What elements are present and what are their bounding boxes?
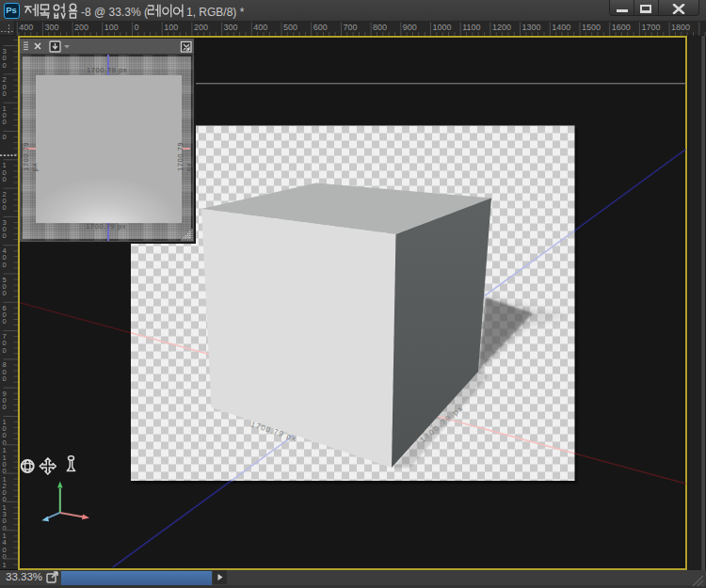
svg-text:100: 100 — [104, 23, 119, 32]
svg-text:1400: 1400 — [552, 23, 570, 32]
svg-text:0: 0 — [3, 374, 7, 383]
svg-text:0: 0 — [3, 61, 7, 70]
svg-text:5: 5 — [3, 567, 7, 569]
svg-text:200: 200 — [74, 23, 88, 32]
svg-text:700: 700 — [343, 23, 357, 32]
svg-text:0: 0 — [135, 23, 139, 32]
svg-text:500: 500 — [283, 23, 297, 32]
svg-text:0: 0 — [3, 346, 7, 355]
svg-text:1000: 1000 — [433, 23, 452, 32]
svg-text:0: 0 — [3, 175, 7, 183]
svg-text:0: 0 — [3, 261, 7, 269]
svg-text:0: 0 — [3, 89, 7, 98]
svg-text:300: 300 — [44, 23, 58, 32]
svg-text:400: 400 — [253, 23, 267, 32]
svg-text:800: 800 — [373, 23, 387, 32]
svg-text:1300: 1300 — [522, 23, 541, 32]
svg-text:0: 0 — [3, 317, 7, 326]
svg-text:600: 600 — [313, 23, 328, 32]
svg-text:1200: 1200 — [492, 23, 511, 32]
svg-text:1700: 1700 — [641, 23, 660, 32]
svg-text:1600: 1600 — [612, 23, 631, 32]
svg-text:1500: 1500 — [582, 23, 601, 32]
svg-text:0: 0 — [3, 289, 7, 297]
svg-text:100: 100 — [164, 23, 178, 32]
svg-text:400: 400 — [19, 23, 33, 32]
svg-text:0: 0 — [3, 403, 7, 411]
svg-text:1100: 1100 — [462, 23, 480, 32]
svg-text:200: 200 — [194, 23, 208, 32]
svg-text:-8 @ 33.3% (: -8 @ 33.3% ( — [81, 6, 148, 19]
svg-text:0: 0 — [3, 133, 7, 141]
svg-text:900: 900 — [403, 23, 417, 32]
svg-text:0: 0 — [3, 203, 7, 212]
svg-text:0: 0 — [3, 231, 7, 240]
svg-text:1800: 1800 — [671, 23, 690, 32]
svg-text:0: 0 — [3, 118, 7, 126]
svg-text:300: 300 — [224, 23, 238, 32]
svg-text:1, RGB/8) *: 1, RGB/8) * — [186, 6, 245, 19]
